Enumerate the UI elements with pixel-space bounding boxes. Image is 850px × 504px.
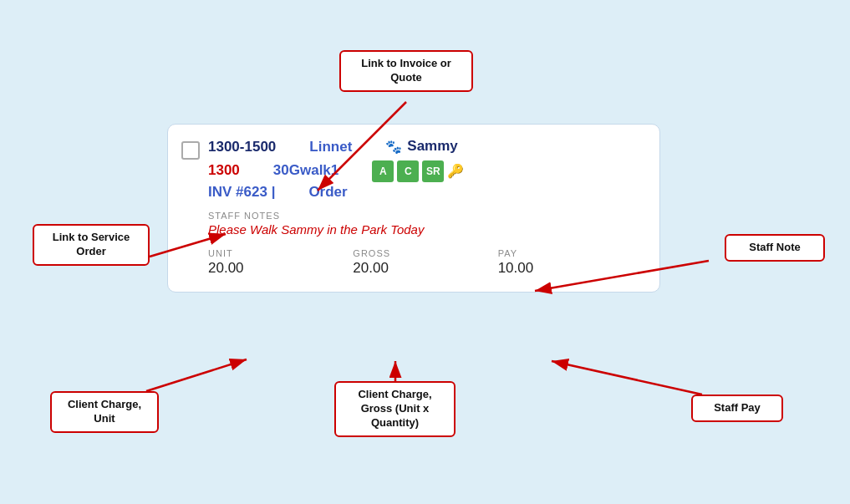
pay-label: PAY xyxy=(498,248,643,258)
badge-c: C xyxy=(397,160,419,182)
order-link[interactable]: Order xyxy=(308,184,347,201)
unit-label: UNIT xyxy=(208,248,353,258)
appointment-card: 1300-1500 Linnet 🐾 Sammy 1300 30Gwalk1 A… xyxy=(167,124,660,293)
service-name[interactable]: 30Gwalk1 xyxy=(273,162,338,179)
annotation-link-invoice: Link to Invoice or Quote xyxy=(339,50,473,92)
client-name[interactable]: Linnet xyxy=(309,139,352,155)
annotation-client-charge-gross: Client Charge, Gross (Unit x Quantity) xyxy=(334,381,456,437)
unit-value: 20.00 xyxy=(208,260,353,277)
paw-icon: 🐾 xyxy=(385,139,402,155)
pay-col: PAY 10.00 xyxy=(498,248,643,277)
card-checkbox[interactable] xyxy=(181,141,200,160)
time-start: 1300 xyxy=(208,162,240,179)
badges-row: A C SR 🔑 xyxy=(372,160,464,182)
pay-value: 10.00 xyxy=(498,260,643,277)
gross-value: 20.00 xyxy=(353,260,497,277)
badge-sr: SR xyxy=(422,160,444,182)
staff-notes-label: STAFF NOTES xyxy=(208,211,643,221)
invoice-link[interactable]: INV #623 | xyxy=(208,184,275,201)
unit-col: UNIT 20.00 xyxy=(208,248,353,277)
time-range: 1300-1500 xyxy=(208,139,276,155)
annotation-link-service-order: Link to Service Order xyxy=(33,224,150,266)
gross-label: GROSS xyxy=(353,248,497,258)
annotation-client-charge-unit: Client Charge, Unit xyxy=(50,391,159,433)
pet-name: Sammy xyxy=(407,138,457,155)
key-icon: 🔑 xyxy=(447,163,464,179)
badge-a: A xyxy=(372,160,394,182)
staff-note-text: Please Walk Sammy in the Park Today xyxy=(208,222,643,237)
gross-col: GROSS 20.00 xyxy=(353,248,497,277)
annotation-staff-note: Staff Note xyxy=(725,234,825,262)
annotation-staff-pay: Staff Pay xyxy=(691,395,783,422)
